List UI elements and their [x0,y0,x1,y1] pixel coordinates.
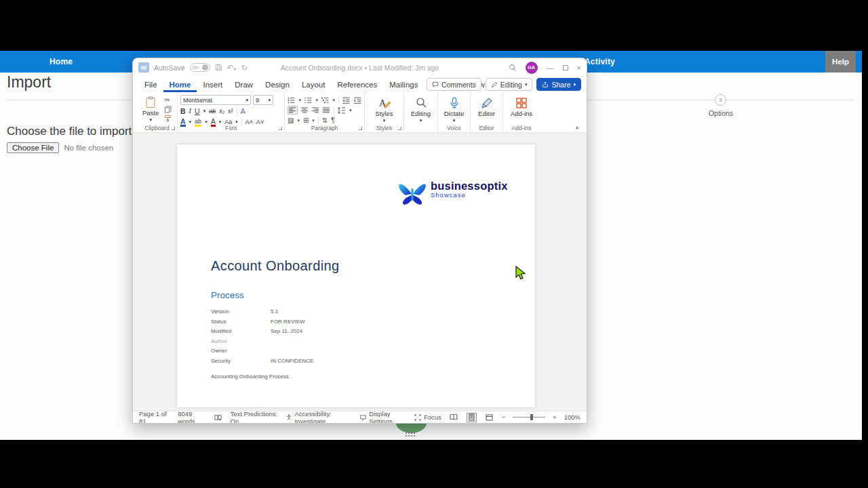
web-layout-button[interactable] [484,413,494,422]
pencil-icon [491,81,498,88]
doc-title: Account Onboarding [211,258,340,274]
web-layout-icon [486,414,493,421]
drag-handle-dots[interactable] [406,432,416,438]
align-right-icon[interactable] [312,107,319,113]
document-page[interactable]: businessoptix Showcase Account Onboardin… [177,144,535,407]
tab-layout[interactable]: Layout [296,78,332,92]
zoom-in-button[interactable]: + [553,413,557,421]
focus-mode[interactable]: Focus [414,413,441,421]
font-group-label: Font [178,125,284,131]
borders-button[interactable]: ⊞ [303,117,309,124]
tab-design[interactable]: Design [259,78,296,92]
styles-button[interactable]: A Styles ▾ [368,96,401,124]
font-group: Montserrat▾ 9▾ B I U ▾ ab x₂ x² [178,93,285,132]
save-icon[interactable] [215,64,222,71]
page-indicator[interactable]: Page 1 of 81 [139,410,169,424]
clear-formatting-button[interactable]: A [241,107,245,115]
editing-mode-button[interactable]: Editing ▾ [486,78,533,91]
meta-value: Sep 11, 2024 [271,327,318,337]
align-left-button[interactable] [288,106,298,115]
word-statusbar: Page 1 of 81 8049 words Text Predictions… [133,411,587,423]
close-button[interactable]: × [577,64,581,72]
zoom-slider[interactable] [513,417,545,418]
choose-file-button[interactable]: Choose File [7,142,59,153]
align-left-icon [289,107,296,113]
accessibility-status[interactable]: Accessibility: Investigate [286,410,351,424]
superscript-button[interactable]: x² [228,107,233,115]
share-button[interactable]: Share ▾ [536,78,581,91]
tab-mailings[interactable]: Mailings [383,78,424,92]
word-count[interactable]: 8049 words [178,410,205,424]
autosave-toggle[interactable]: On [190,63,210,72]
underline-button[interactable]: U [195,107,200,115]
decrease-indent-icon[interactable] [342,97,351,104]
choose-file-heading: Choose the file to import [7,125,132,138]
sort-button[interactable]: ⇅ [322,117,328,124]
dictate-button[interactable]: Dictate ▾ [441,96,467,124]
collapse-ribbon-button[interactable]: ▴ [576,124,578,130]
nav-tab-home[interactable]: Home [50,57,73,66]
addins-button[interactable]: Add-ins [506,96,537,118]
read-mode-button[interactable] [449,413,459,422]
meta-value: FOR REVIEW [271,317,318,327]
toggle-knob [202,64,208,70]
nav-tab-activity[interactable]: Activity [585,57,615,66]
paste-button[interactable]: Paste ▾ [140,95,161,124]
format-painter-icon[interactable] [164,115,172,122]
tab-references[interactable]: References [331,78,383,92]
styles-dialog-launcher[interactable] [398,127,401,130]
align-center-icon[interactable] [301,107,309,113]
zoom-out-button[interactable]: − [502,413,506,421]
paragraph-dialog-launcher[interactable] [359,127,362,130]
undo-button[interactable]: ↶▾ [227,63,237,73]
tab-file[interactable]: File [138,78,163,92]
text-predictions[interactable]: Text Predictions: On [231,410,278,424]
document-title[interactable]: Account Onboarding.docx • Last Modified:… [281,64,439,72]
tab-home[interactable]: Home [163,78,197,92]
doc-footer-line: Accounting Onboarding Process [211,373,289,380]
justify-icon[interactable] [323,107,330,113]
font-dialog-launcher[interactable] [279,127,282,130]
display-settings[interactable]: Display Settings [360,410,407,424]
redo-button[interactable]: ↻ [241,63,248,73]
search-icon[interactable] [509,64,517,72]
font-size-combo[interactable]: 9▾ [253,95,273,105]
file-input[interactable]: Choose File No file chosen [7,142,113,153]
tab-insert[interactable]: Insert [197,78,229,92]
meta-label: Security [211,357,271,367]
line-spacing-icon[interactable] [338,107,346,114]
increase-indent-icon[interactable] [354,97,362,104]
minimize-button[interactable]: — [547,64,554,72]
cut-button[interactable]: ✂ [164,96,172,104]
bullets-icon[interactable] [288,97,296,104]
editing-button[interactable]: Editing ▾ [407,96,435,124]
addins-group-label: Add-ins [503,125,540,131]
tab-draw[interactable]: Draw [229,78,259,92]
strikethrough-button[interactable]: ab [209,107,216,115]
print-layout-button[interactable] [467,413,477,422]
help-button[interactable]: Help [825,51,856,73]
copy-icon[interactable] [164,106,172,113]
clipboard-group: Paste ▾ ✂ Clip [137,93,178,132]
clipboard-dialog-launcher[interactable] [172,127,175,130]
bold-button[interactable]: B [180,107,186,115]
print-layout-icon [469,413,475,421]
zoom-level[interactable]: 100% [564,413,580,421]
show-marks-button[interactable]: ¶ [331,117,334,124]
accessibility-icon [286,413,292,421]
proofing-status[interactable] [214,414,222,421]
multilevel-list-icon[interactable] [321,97,330,104]
display-settings-icon [360,414,366,421]
subscript-button[interactable]: x₂ [219,107,224,115]
maximize-button[interactable] [563,65,568,70]
font-name-combo[interactable]: Montserrat▾ [180,95,251,105]
numbering-icon[interactable] [304,97,313,104]
comments-button[interactable]: Comments [427,78,481,91]
editor-button[interactable]: Editor [473,96,500,118]
zoom-slider-thumb[interactable] [530,414,533,420]
italic-button[interactable]: I [189,107,192,115]
editing-group: Editing ▾ [404,93,438,132]
shading-button[interactable]: ▨ [288,117,294,124]
ribbon-tab-row: File Home Insert Draw Design Layout Refe… [133,77,587,93]
account-avatar[interactable]: GA [526,62,538,74]
